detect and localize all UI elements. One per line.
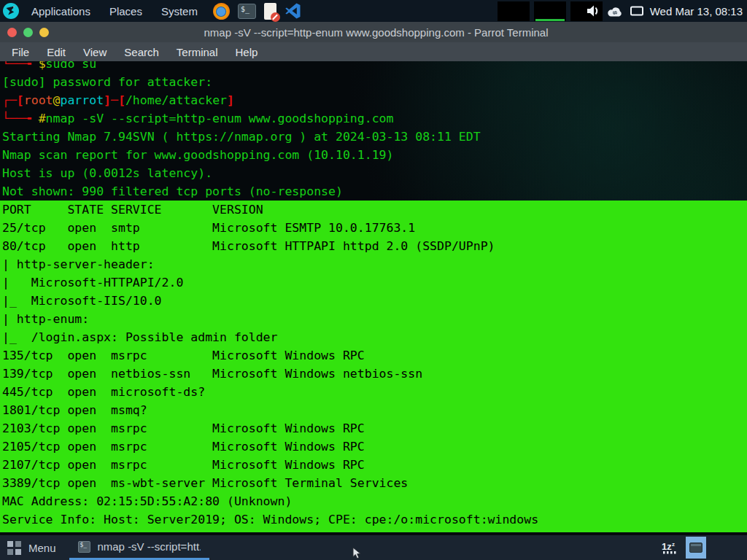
system-tray: 1z z [661,535,706,560]
menubar-item-help[interactable]: Help [227,42,267,61]
terminal-line: | http-server-header: [0,255,747,273]
menu-system[interactable]: System [152,0,207,22]
terminal-line: 80/tcp open http Microsoft HTTPAPI httpd… [0,237,747,255]
terminal-line: 445/tcp open microsoft-ds? [0,383,747,401]
terminal-line: Host is up (0.0012s latency). [0,164,747,182]
terminal-line: 2107/tcp open msrpc Microsoft Windows RP… [0,456,747,474]
terminal-line: |_ Microsoft-IIS/10.0 [0,292,747,310]
desktop: Applications Places System $_ Wed [0,0,747,560]
menu-places[interactable]: Places [100,0,152,22]
menu-applications[interactable]: Applications [22,0,100,22]
terminal-line: | Microsoft-HTTPAPI/2.0 [0,273,747,292]
terminal-task-icon: $_ [78,541,91,553]
firefox-icon[interactable] [213,3,230,20]
terminal-launcher-icon[interactable]: $_ [238,4,256,19]
svg-text:z: z [672,541,675,548]
terminal-line [0,529,747,532]
bottom-taskbar: Menu $_ nmap -sV --script=htt... 1z z [0,535,747,560]
parrot-logo-icon [2,2,20,20]
clock[interactable]: Wed Mar 13, 08:13 [650,5,743,18]
volume-icon[interactable] [586,4,600,18]
terminal-line: 139/tcp open netbios-ssn Microsoft Windo… [0,365,747,383]
tray-terminal-active[interactable] [686,537,706,559]
menubar-item-file[interactable]: File [3,42,38,61]
display-icon[interactable] [630,5,644,17]
menubar-item-terminal[interactable]: Terminal [168,42,227,61]
terminal-line: └──╼ $sudo su [0,61,747,73]
workspace-1[interactable] [498,1,530,21]
tray-indicator-icon[interactable]: 1z z [661,540,681,556]
window-controls [0,28,49,37]
terminal-output[interactable]: └──╼ $sudo su[sudo] password for attacke… [0,61,747,535]
menubar-item-view[interactable]: View [74,42,115,61]
terminal-line: PORT STATE SERVICE VERSION [0,201,747,219]
maximize-button[interactable] [39,28,49,37]
window-title: nmap -sV --script=http-enum www.goodshop… [49,26,747,39]
terminal-line: Not shown: 990 filtered tcp ports (no-re… [0,182,747,201]
cloud-sync-icon[interactable] [606,5,624,18]
quick-launchers: $_ [213,2,302,20]
svg-text:1z: 1z [662,541,672,552]
terminal-line: 2103/tcp open msrpc Microsoft Windows RP… [0,419,747,438]
terminal-line: Service Info: Host: Server2019; OS: Wind… [0,510,747,529]
text-editor-icon[interactable] [264,3,276,20]
terminal-line: | http-enum: [0,310,747,328]
editor-badge-icon [271,12,280,22]
taskbar-menu-label: Menu [28,542,56,554]
taskbar-menu-button[interactable]: Menu [0,535,66,560]
terminal-line: [sudo] password for attacker: [0,73,747,91]
terminal-line: ┌─[root@parrot]─[/home/attacker] [0,91,747,109]
menubar-item-search[interactable]: Search [115,42,168,61]
terminal-line: 3389/tcp open ms-wbt-server Microsoft Te… [0,474,747,492]
minimize-button[interactable] [23,28,33,37]
terminal-line: 25/tcp open smtp Microsoft ESMTP 10.0.17… [0,219,747,237]
menu-grid-icon [7,541,21,555]
menubar-item-edit[interactable]: Edit [38,42,74,61]
terminal-line: MAC Address: 02:15:5D:55:A2:80 (Unknown) [0,492,747,510]
terminal-line: |_ /login.aspx: Possible admin folder [0,328,747,346]
terminal-line: 1801/tcp open msmq? [0,401,747,419]
terminal-line: 135/tcp open msrpc Microsoft Windows RPC [0,346,747,365]
task-label: nmap -sV --script=htt... [97,540,200,553]
vscode-icon[interactable] [285,2,302,20]
tray-terminal-icon [689,542,703,553]
parrot-menu-button[interactable] [0,0,22,22]
top-panel: Applications Places System $_ Wed [0,0,747,22]
taskbar-task-nmap-terminal[interactable]: $_ nmap -sV --script=htt... [69,535,209,560]
terminal-line: Nmap scan report for www.goodshopping.co… [0,146,747,164]
window-titlebar: nmap -sV --script=http-enum www.goodshop… [0,22,747,42]
terminal-menubar: FileEditViewSearchTerminalHelp [0,42,747,61]
terminal-line: └──╼ #nmap -sV --script=http-enum www.go… [0,109,747,128]
terminal-line: 2105/tcp open msrpc Microsoft Windows RP… [0,438,747,456]
workspace-2[interactable] [534,1,566,21]
terminal-line: Starting Nmap 7.94SVN ( https://nmap.org… [0,128,747,146]
status-area: Wed Mar 13, 08:13 [586,0,743,22]
close-button[interactable] [7,28,17,37]
